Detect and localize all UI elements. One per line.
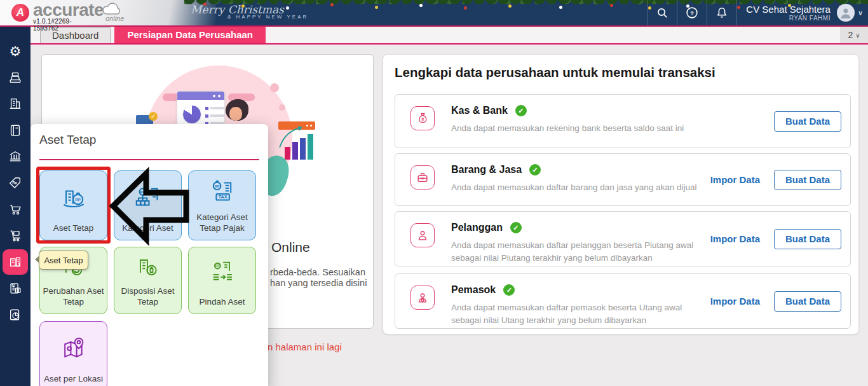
panel-heading: Lengkapi data perusahaan untuk memulai t… [395, 65, 715, 80]
sidebar-item-company[interactable] [3, 91, 28, 116]
buat-data-button[interactable]: Buat Data [774, 291, 841, 312]
company-data-panel: Lengkapi data perusahaan untuk memulai t… [383, 54, 859, 334]
user-menu-chevron-icon[interactable]: ∨ [858, 9, 863, 17]
status-check-icon: ✓ [529, 164, 541, 176]
impor-data-link[interactable]: Impor Data [710, 174, 760, 185]
illustration-pie-chart [182, 105, 201, 124]
help-icon: ? [685, 6, 699, 20]
aset-tetap-tooltip: Aset Tetap [39, 251, 88, 270]
avatar[interactable] [837, 4, 855, 22]
menu-button-pindah-aset[interactable]: RP Pindah Aset [188, 247, 256, 314]
app-version: v1.0.1#2269-1593762 [33, 18, 72, 32]
journal-book-icon [8, 123, 22, 137]
card-title: Pelanggan [451, 222, 503, 233]
notifications-button[interactable] [707, 0, 736, 25]
buat-data-button[interactable]: Buat Data [774, 111, 841, 132]
card-title: Barang & Jasa [451, 164, 522, 176]
sidebar-item-settings[interactable]: ⚙ [3, 38, 28, 64]
status-check-icon: ✓ [503, 284, 515, 296]
customer-person-icon [410, 223, 435, 247]
app-header: Merry Christmas & HAPPY NEW YEAR A accur… [0, 0, 868, 27]
aset-tetap-popup: Aset Tetap RP Aset Tetap RP [31, 124, 268, 386]
tab-persiapan-data-perusahaan[interactable]: Persiapan Data Perusahaan [114, 26, 266, 43]
tab-counter[interactable]: 2 ∨ [840, 27, 868, 43]
buat-data-button[interactable]: Buat Data [774, 170, 841, 190]
card-pemasok: Pemasok ✓ Anda dapat memasukan daftar pe… [395, 273, 851, 329]
fixed-assets-icon [8, 255, 22, 269]
svg-text:TAX: TAX [218, 194, 227, 200]
user-name: RYAN FAHMI [746, 15, 831, 22]
menu-button-aset-tetap[interactable]: RP Aset Tetap [39, 170, 107, 240]
asset-disposal-trash-icon [134, 247, 162, 286]
tab-count: 2 [848, 30, 853, 40]
christmas-banner: Merry Christmas & HAPPY NEW YEAR [191, 3, 308, 20]
menu-button-aset-per-lokasi[interactable]: Aset per Lokasi [39, 321, 107, 386]
card-description: Anda dapat memasukan rekening bank beser… [451, 122, 737, 135]
menu-button-kategori-aset-tetap-pajak[interactable]: RP TAX Kategori Aset Tetap Pajak [188, 170, 256, 240]
illustration-person-face [229, 107, 242, 121]
sales-cart-icon [8, 202, 22, 216]
avatar-person-icon [838, 5, 853, 20]
sidebar-item-bank[interactable] [3, 144, 28, 169]
accurate-logo-icon: A [11, 4, 29, 22]
svg-text:RP: RP [75, 197, 81, 202]
asset-location-map-icon [59, 322, 88, 374]
sidebar-item-cash-register[interactable] [3, 65, 28, 90]
left-sidebar: ⚙ Rp [0, 27, 31, 386]
card-description: Anda dapat memasukan daftar pelanggan be… [451, 239, 710, 264]
dismiss-page-text-fragment[interactable]: n halaman ini lagi [268, 341, 342, 352]
tax-document-icon: TAX [8, 282, 22, 296]
price-tag-icon: Rp [8, 176, 22, 190]
money-bag-icon [410, 106, 435, 130]
company-building-icon [8, 97, 22, 111]
illustration-dot [279, 104, 285, 111]
asset-tax-category-icon: RP TAX [207, 171, 238, 212]
card-description: Anda dapat memasukan daftar pemasok bese… [451, 301, 710, 326]
sidebar-item-pricing[interactable]: Rp [3, 170, 28, 196]
reports-icon [8, 308, 22, 322]
sidebar-item-reports[interactable] [3, 302, 28, 327]
menu-button-disposisi-aset-tetap[interactable]: Disposisi Aset Tetap [114, 247, 182, 314]
illustration-bar-teal [308, 134, 313, 160]
svg-text:RP: RP [214, 184, 219, 188]
buat-data-button[interactable]: Buat Data [774, 229, 841, 249]
card-pelanggan: Pelanggan ✓ Anda dapat memasukan daftar … [395, 211, 851, 266]
search-button[interactable] [648, 0, 677, 25]
search-icon [655, 6, 669, 20]
company-name: CV Sehat Sejahtera [746, 4, 831, 15]
sidebar-item-sales[interactable] [3, 196, 28, 222]
banner-line1: Merry Christmas [191, 3, 308, 16]
purchase-trolley-icon [8, 229, 22, 243]
goods-box-icon [410, 165, 435, 190]
popup-title: Aset Tetap [39, 133, 96, 147]
illustration-dot [270, 83, 279, 92]
asset-transfer-arrow-icon: RP [208, 247, 236, 297]
help-button[interactable]: ? [677, 0, 707, 25]
welcome-title-fragment: Online [271, 240, 310, 255]
welcome-text-fragment: han yang tersedia disini [270, 278, 367, 288]
sidebar-item-journal[interactable] [3, 118, 28, 143]
card-title: Kas & Bank [451, 105, 508, 116]
notifications-bell-icon [715, 6, 729, 20]
app-window: Merry Christmas & HAPPY NEW YEAR A accur… [0, 0, 868, 386]
svg-text:RP: RP [215, 265, 219, 268]
card-title: Pemasok [451, 284, 496, 296]
impor-data-link[interactable]: Impor Data [710, 296, 760, 307]
company-block[interactable]: CV Sehat Sejahtera RYAN FAHMI [746, 4, 831, 22]
illustration-folder-check-icon: ✓ [149, 112, 158, 121]
impor-data-link[interactable]: Impor Data [710, 233, 760, 244]
sidebar-item-purchases[interactable] [3, 223, 28, 249]
card-description: Anda dapat memasukan daftar barang dan j… [451, 181, 710, 194]
status-check-icon: ✓ [510, 222, 522, 233]
supplier-person-icon [410, 286, 435, 310]
illustration-bar-pink [285, 147, 290, 160]
settings-gear-icon: ⚙ [10, 45, 22, 58]
welcome-text-fragment: rbeda-beda. Sesuaikan [270, 267, 365, 277]
bank-icon [8, 149, 22, 163]
svg-text:?: ? [691, 10, 695, 17]
chevron-down-icon: ∨ [855, 32, 860, 39]
card-barang-jasa: Barang & Jasa ✓ Anda dapat memasukan daf… [395, 153, 851, 206]
logo-online-text: online [105, 15, 124, 22]
sidebar-item-tax[interactable]: TAX [3, 276, 28, 301]
sidebar-item-fixed-assets[interactable] [3, 249, 28, 275]
